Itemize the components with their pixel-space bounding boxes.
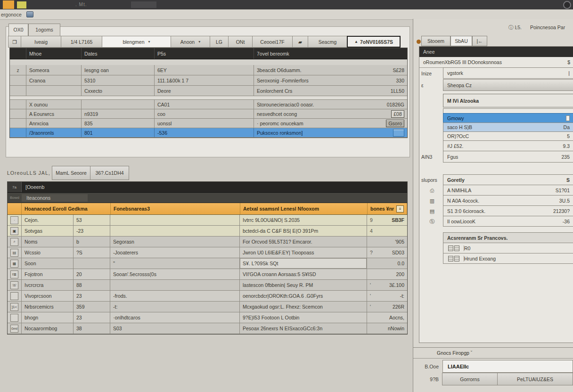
option-row[interactable]: R0: [419, 243, 573, 253]
col-header[interactable]: 7ovel bereomk: [254, 48, 407, 59]
list-item[interactable]: OR)?OcC5: [443, 131, 573, 141]
table-row[interactable]: · Cejon. 53 Ivtrrc 9L0OU&NO| S.2035 9SB3…: [8, 215, 407, 226]
col-header[interactable]: Mhoe: [26, 48, 82, 59]
row-icon[interactable]: ]1<: [10, 303, 18, 311]
value-box[interactable]: Gsoro: [386, 120, 404, 127]
row-icon[interactable]: ▤: [10, 249, 18, 257]
dropdown-1[interactable]: blengmen▾: [102, 36, 171, 48]
table-row[interactable]: ☏ Ivcrcrcra 88 lastescon 0fbbenin| Seuy …: [8, 280, 407, 291]
col-header[interactable]: bones ¥nr≡: [368, 203, 407, 214]
panel-row[interactable]: oRoumenXbRG5 III DOonoksnnoas$: [419, 57, 573, 68]
field-vgstork[interactable]: vgstork|: [443, 67, 573, 79]
list-row-selected[interactable]: Gmowy: [419, 114, 573, 123]
option-item[interactable]: R0: [443, 243, 573, 253]
list-row[interactable]: saco H S)BDa: [419, 123, 573, 132]
row-icon[interactable]: ▦: [10, 260, 18, 268]
table-row[interactable]: Cxxecto Deore Eonlorchent Crs1LL50: [10, 86, 407, 96]
list-item[interactable]: saco H S)BDa: [443, 122, 573, 132]
table-row[interactable]: f≣ Fojotron 20 Sooan'.5ecrosss(0s VII'GO…: [8, 269, 407, 280]
table-row[interactable]: ▦ Soon '' S¥. L?09Sk SQt 0.0: [8, 258, 407, 269]
combine-button[interactable]: Gorrorns: [442, 373, 498, 385]
option-row[interactable]: Hrund Exoang: [419, 253, 573, 264]
list-icon[interactable]: ▤: [430, 208, 434, 214]
list-row[interactable]: ▤ S1 3:0 6cioroack.21230?: [419, 206, 573, 216]
toolbar-button-2[interactable]: 1/4 L7165: [61, 36, 102, 48]
row-icon[interactable]: f≣: [10, 270, 18, 278]
row-icon[interactable]: 0ml: [10, 325, 18, 333]
table-row[interactable]: ▣ Sotvgas -23 bctedcl-da C C&F BS| E(O 3…: [8, 226, 407, 237]
row-icon[interactable]: ☏: [10, 281, 18, 289]
s-badge-icon[interactable]: Ⓢ: [430, 218, 435, 225]
value-box[interactable]: £08: [391, 110, 404, 118]
table-row[interactable]: Cranoa 5310 111.1&00k 1 7 Seroxonig -Fom…: [10, 75, 407, 86]
row-icon[interactable]: [10, 292, 18, 300]
toolbar-button-1[interactable]: Iveaig: [21, 36, 61, 48]
table-row[interactable]: ]1< Nrbsrcemicrs 359 -t: Mcxgaokud ogsr:…: [8, 302, 407, 312]
row-icon[interactable]: [10, 314, 18, 322]
tab-logons[interactable]: 1ogoms: [28, 24, 60, 36]
list-item[interactable]: Il oowLioooK-36: [443, 216, 573, 227]
table-row[interactable]: X ounou CA01 Storounecieraciac0 ooasr.01…: [10, 100, 407, 109]
dropdown-2[interactable]: Anoon▾: [171, 36, 210, 48]
tab-stooem[interactable]: Stooem: [421, 36, 450, 46]
col-header[interactable]: Aetxal ssamsnl Lenesl Nfooxom: [240, 203, 368, 214]
list-row[interactable]: OR)?OcC5: [419, 132, 573, 141]
tab-sbau[interactable]: SbAU: [450, 36, 472, 46]
table-row[interactable]: Anrxcioa 835 uonssl · peoromc onucekamGs…: [10, 119, 407, 128]
search-button[interactable]: Seacmg: [308, 36, 347, 48]
table-row[interactable]: z Someora Iesgng oan 6EY 3beacdit O6duam…: [10, 65, 407, 75]
value-box[interactable]: [393, 129, 404, 137]
table-row[interactable]: A Eourwrcs n9319 coo nesvedhcet ocong£08: [10, 109, 407, 119]
toolbar-button-5[interactable]: Ceooei17F: [252, 36, 293, 48]
table-row[interactable]: 0ml Nocaarormbog 38 S03 Pesoax 26nexrs N…: [8, 323, 407, 334]
window-icon[interactable]: [26, 11, 33, 17]
list-row[interactable]: Ⓢ Il oowLioooK-36: [419, 216, 573, 227]
list-row[interactable]: ⎙ A NMIHiLAS1?01: [419, 185, 573, 196]
values-button[interactable]: PeLTUAIUZ&ES: [497, 373, 573, 385]
col-header[interactable]: Hoanaceod Eoroll Gedkma: [22, 203, 111, 214]
list-item[interactable]: A NMIHiLAS1?01: [443, 185, 573, 196]
list-item[interactable]: N A0A 4ocock.3U.5: [443, 195, 573, 206]
tray-icon[interactable]: ▥: [430, 198, 434, 204]
toolbar-button-ont[interactable]: ONt: [228, 36, 253, 48]
list-item[interactable]: Fgus235: [443, 151, 573, 163]
selected-item[interactable]: Gmowy: [443, 113, 573, 123]
list-row[interactable]: ▥ N A0A 4ocock.3U.5: [419, 196, 573, 206]
tab-cetons[interactable]: 36?.Cs1DH4: [90, 166, 129, 180]
list-item[interactable]: S1 3:0 6cioroack.21230?: [443, 205, 573, 216]
option-item[interactable]: Hrund Exoang: [443, 253, 573, 264]
sort-filter-icon[interactable]: ≡: [396, 205, 404, 212]
row-icon[interactable]: ▣: [10, 227, 18, 235]
row-icon[interactable]: ·: [10, 216, 18, 224]
printer-icon[interactable]: ⎙: [430, 188, 434, 194]
list-item[interactable]: #J £52.9.3: [443, 140, 573, 151]
table-row[interactable]: Vivoprcsoon 23 -frods. oenorcbdcr|OROKth…: [8, 291, 407, 302]
col-header[interactable]: P5s: [155, 48, 254, 59]
tab-mark-score[interactable]: MamL Seoore: [52, 166, 90, 180]
menu-label[interactable]: ergonoce: [1, 12, 22, 17]
tab-ox0[interactable]: OX0: [8, 24, 28, 36]
table-row[interactable]: bhogn 23 ·onlhdtcaros 9?E)I53 Footoon L …: [8, 312, 407, 323]
table-row[interactable]: ⌕ Noms b Segorasn For Orcvod 59L5T31? Em…: [8, 237, 407, 247]
layout-icon[interactable]: [443, 245, 464, 251]
tab-back[interactable]: |←: [472, 36, 487, 46]
sort-value-box[interactable]: ▲7oNV0165S7S: [347, 36, 401, 48]
panel-toolbar-icons[interactable]: ⓘ Ŀ5.: [508, 24, 522, 31]
list-row[interactable]: #J £52.9.3: [419, 141, 573, 151]
col-header[interactable]: Fonebsnareas3: [111, 203, 240, 214]
list-row[interactable]: AIN3 Fgus235: [419, 151, 573, 163]
row-icon[interactable]: ⌕: [10, 238, 18, 246]
handle-icon[interactable]: [566, 115, 570, 121]
col-header[interactable]: Dates: [82, 48, 155, 59]
new-page-button[interactable]: ❒: [8, 36, 21, 48]
window-control-button[interactable]: [563, 1, 571, 9]
band-icon[interactable]: 7a: [8, 182, 22, 192]
field-sheopa[interactable]: Sheopa Cz: [443, 79, 573, 91]
filter-box[interactable]: Iteaconons: [22, 194, 88, 202]
table-row[interactable]: ▤ Wcssio ?S -Jooaterers Jwron U0 L6IE&F.…: [8, 247, 407, 258]
toolbar-button-lg[interactable]: LG: [210, 36, 229, 48]
tool-icon-button[interactable]: ▰: [292, 36, 308, 48]
grid-icon[interactable]: [443, 256, 464, 261]
panel-header[interactable]: Gnocs Firopgp ˇ: [413, 348, 573, 359]
name-field[interactable]: LIAAEIIc: [442, 360, 573, 373]
